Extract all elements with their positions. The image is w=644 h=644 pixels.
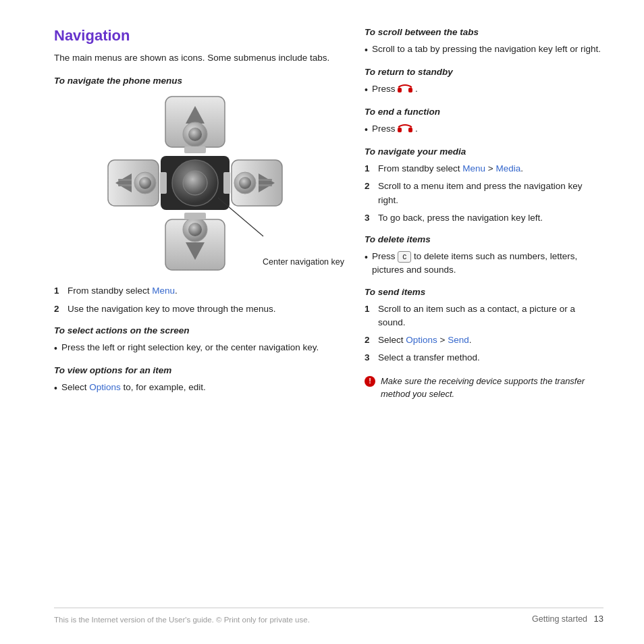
media-step-3: 3 To go back, press the navigation key l… [365, 211, 603, 225]
bullet-delete-items: Press c to delete items such as numbers,… [365, 250, 603, 277]
options-link-left[interactable]: Options [89, 382, 121, 392]
svg-point-7 [188, 223, 202, 236]
send-items-steps: 1 Scroll to an item such as a contact, a… [365, 302, 603, 365]
nav-steps-list: 1 From standby select Menu. 2 Use the na… [54, 284, 338, 316]
menu-link[interactable]: Menu [152, 286, 175, 296]
media-step-1: 1 From standby select Menu > Media. [365, 162, 603, 176]
note-block: ! Make sure the receiving device support… [365, 375, 603, 401]
left-column: Navigation The main menus are shown as i… [54, 27, 338, 608]
bullet-return-standby: Press . [365, 82, 603, 97]
svg-rect-20 [223, 172, 230, 194]
select-actions-list: Press the left or right selection key, o… [54, 341, 338, 356]
svg-rect-23 [118, 179, 132, 181]
svg-rect-29 [408, 88, 412, 92]
send-step-2: 2 Select Options > Send. [365, 333, 603, 347]
svg-rect-30 [398, 128, 402, 132]
heading-view-options: To view options for an item [54, 365, 338, 375]
center-nav-label: Center navigation key [263, 257, 344, 269]
media-step-2: 2 Scroll to a menu item and press the na… [365, 180, 603, 207]
bullet-view-options: Select Options to, for example, edit. [54, 381, 338, 396]
heading-scroll-tabs: To scroll between the tabs [365, 27, 603, 37]
send-step-3: 3 Select a transfer method. [365, 351, 603, 365]
footer-section: Getting started 13 [532, 614, 603, 624]
svg-rect-25 [259, 179, 272, 181]
svg-point-3 [188, 128, 202, 141]
navigate-media-steps: 1 From standby select Menu > Media. 2 Sc… [365, 162, 603, 225]
c-key: c [398, 251, 411, 263]
nav-key-svg [98, 91, 294, 273]
bullet-select-actions: Press the left or right selection key, o… [54, 341, 338, 356]
footer-copyright: This is the Internet version of the User… [54, 616, 310, 624]
svg-point-11 [139, 177, 151, 189]
heading-send-items: To send items [365, 287, 603, 297]
bullet-end-function: Press . [365, 122, 603, 137]
right-column: To scroll between the tabs Scroll to a t… [365, 27, 603, 608]
view-options-list: Select Options to, for example, edit. [54, 381, 338, 396]
svg-rect-22 [184, 213, 206, 219]
step-1: 1 From standby select Menu. [54, 284, 338, 298]
heading-navigate-phone: To navigate the phone menus [54, 76, 338, 86]
nav-key-illustration: Center navigation key [54, 91, 338, 273]
svg-rect-28 [398, 88, 402, 92]
options-link-right[interactable]: Options [406, 335, 437, 345]
end-call-icon-2 [398, 124, 412, 134]
return-standby-list: Press . [365, 82, 603, 97]
heading-select-actions: To select actions on the screen [54, 325, 338, 336]
send-step-1: 1 Scroll to an item such as a contact, a… [365, 302, 603, 330]
heading-delete-items: To delete items [365, 234, 603, 244]
page-number: 13 [594, 614, 603, 624]
menu-link-2[interactable]: Menu [462, 163, 485, 173]
scroll-tabs-list: Scroll to a tab by pressing the navigati… [365, 43, 603, 57]
heading-return-standby: To return to standby [365, 67, 603, 77]
footer: This is the Internet version of the User… [54, 608, 603, 624]
delete-items-list: Press c to delete items such as numbers,… [365, 250, 603, 277]
intro-text: The main menus are shown as icons. Some … [54, 51, 338, 65]
heading-navigate-media: To navigate your media [365, 146, 603, 157]
svg-rect-19 [160, 172, 167, 194]
svg-point-15 [239, 177, 251, 189]
svg-rect-26 [259, 184, 272, 186]
page-title: Navigation [54, 27, 338, 45]
note-icon: ! [365, 376, 375, 387]
svg-rect-21 [184, 146, 206, 153]
bullet-scroll-tabs: Scroll to a tab by pressing the navigati… [365, 43, 603, 57]
send-link[interactable]: Send [448, 335, 469, 345]
svg-point-18 [183, 171, 207, 195]
svg-rect-24 [118, 184, 132, 186]
end-call-icon [398, 84, 412, 94]
media-link[interactable]: Media [495, 163, 520, 173]
heading-end-function: To end a function [365, 107, 603, 117]
svg-rect-31 [408, 128, 412, 132]
step-2: 2 Use the navigation key to move through… [54, 302, 338, 316]
end-function-list: Press . [365, 122, 603, 137]
